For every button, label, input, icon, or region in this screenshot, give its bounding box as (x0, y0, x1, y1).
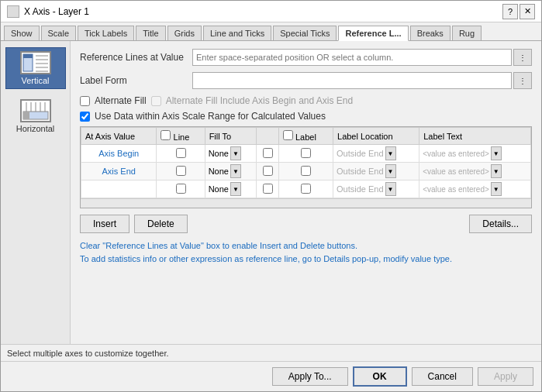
use-data-checkbox[interactable] (80, 112, 90, 122)
axis-empty-cell (81, 181, 157, 198)
apply-button[interactable]: Apply (478, 367, 533, 386)
content-panel: Reference Lines at Value ⋮ Label Form ⋮ … (71, 41, 541, 344)
table-buttons-row: Insert Delete Details... (80, 215, 532, 233)
table-scrollbar[interactable] (81, 198, 531, 208)
ref-lines-input[interactable] (192, 49, 512, 66)
row3-fill-to-value: None (209, 184, 229, 194)
row2-label-location-dropdown[interactable]: ▼ (385, 164, 396, 178)
row1-label-text-dropdown[interactable]: ▼ (491, 146, 502, 160)
label-check-cell3 (278, 181, 333, 198)
line-check-cell3 (157, 181, 205, 198)
table: At Axis Value Line Fill To Label Label L… (81, 127, 531, 198)
row1-label-checkbox[interactable] (301, 148, 311, 158)
tab-breaks[interactable]: Breaks (410, 26, 451, 40)
sidebar-item-horizontal[interactable]: Horizontal (5, 95, 66, 137)
tab-show[interactable]: Show (4, 26, 40, 40)
main-area: Vertical Horizontal (1, 41, 541, 344)
alternate-fill-include-checkbox[interactable] (151, 96, 161, 106)
fill-to-cell2: None ▼ (205, 163, 257, 181)
reference-lines-table: At Axis Value Line Fill To Label Label L… (80, 126, 532, 208)
alternate-fill-row: Alternate Fill Alternate Fill Include Ax… (80, 95, 532, 106)
fill-to-cell3: None ▼ (205, 181, 257, 198)
label-text-cell2: <value as entered> ▼ (419, 163, 531, 181)
close-button[interactable]: ✕ (520, 4, 535, 19)
row3-label-checkbox[interactable] (301, 184, 311, 194)
row2-label-checkbox[interactable] (301, 166, 311, 176)
row1-label-text-value: <value as entered> (423, 150, 489, 158)
row3-fill-to-dropdown[interactable]: ▼ (230, 182, 241, 196)
col-header-label-text: Label Text (419, 128, 531, 145)
label-check-cell2 (278, 163, 333, 181)
line-check-cell (157, 145, 205, 163)
tab-special-ticks[interactable]: Special Ticks (273, 26, 337, 40)
tab-line-and-ticks[interactable]: Line and Ticks (203, 26, 271, 40)
sidebar-item-vertical[interactable]: Vertical (5, 47, 66, 89)
tab-grids[interactable]: Grids (167, 26, 202, 40)
label-location-cell: Outside End ▼ (333, 145, 419, 163)
ok-button[interactable]: OK (353, 366, 407, 387)
row2-fill-to-dropdown[interactable]: ▼ (230, 164, 241, 178)
row2-line-checkbox[interactable] (176, 166, 186, 176)
tab-reference-l---[interactable]: Reference L... (338, 26, 408, 41)
use-data-label: Use Data within Axis Scale Range for Cal… (95, 111, 326, 122)
row3-line-checkbox[interactable] (176, 184, 186, 194)
row3-label-location-dropdown[interactable]: ▼ (385, 182, 396, 196)
tab-bar: ShowScaleTick LabelsTitleGridsLine and T… (1, 22, 541, 41)
fill-check-cell3 (257, 181, 279, 198)
line-header-checkbox[interactable] (161, 130, 171, 140)
tab-rug[interactable]: Rug (452, 26, 482, 40)
axis-begin-cell: Axis Begin (81, 145, 157, 163)
fill-check-cell2 (257, 163, 279, 181)
alternate-fill-include-label: Alternate Fill Include Axis Begin and Ax… (166, 95, 353, 106)
row3-label-text-value: <value as entered> (423, 185, 489, 194)
status-bar: Select multiple axes to customize togeth… (1, 344, 541, 361)
tab-title[interactable]: Title (136, 26, 165, 40)
col-header-line: Line (157, 128, 205, 145)
row3-label-location-value: Outside End (337, 184, 384, 194)
details-button[interactable]: Details... (469, 215, 532, 233)
hint-text: Clear "Reference Lines at Value" box to … (80, 239, 532, 265)
delete-button[interactable]: Delete (134, 215, 188, 233)
title-bar-controls: ? ✕ (502, 4, 535, 19)
status-text: Select multiple axes to customize togeth… (7, 349, 169, 358)
row1-fill-to-dropdown[interactable]: ▼ (230, 146, 241, 160)
row2-label-text-value: <value as entered> (423, 167, 489, 176)
label-form-input[interactable] (192, 72, 512, 89)
label-form-select-btn[interactable]: ⋮ (513, 72, 532, 89)
window-title: X Axis - Layer 1 (24, 6, 89, 17)
window-icon (7, 5, 19, 18)
sidebar: Vertical Horizontal (1, 41, 71, 344)
fill-check-cell (257, 145, 279, 163)
row1-label-location-dropdown[interactable]: ▼ (385, 146, 396, 160)
row2-label-text-dropdown[interactable]: ▼ (491, 164, 502, 178)
bottom-bar: Apply To... OK Cancel Apply (1, 361, 541, 391)
row2-label-location-value: Outside End (337, 167, 384, 176)
help-button[interactable]: ? (502, 4, 518, 19)
cancel-button[interactable]: Cancel (412, 367, 473, 386)
row2-fill-checkbox[interactable] (263, 166, 273, 176)
row1-fill-checkbox[interactable] (263, 148, 273, 158)
col-header-axis-value: At Axis Value (81, 128, 157, 145)
tab-scale[interactable]: Scale (41, 26, 77, 40)
col-header-fill-empty (257, 128, 279, 145)
row1-line-checkbox[interactable] (176, 148, 186, 158)
table-row: Axis Begin None ▼ (81, 145, 531, 163)
ref-lines-select-btn[interactable]: ⋮ (513, 49, 532, 66)
vertical-icon (20, 51, 51, 74)
label-form-label: Label Form (80, 75, 192, 86)
tab-tick-labels[interactable]: Tick Labels (78, 26, 134, 40)
vertical-label: Vertical (21, 76, 49, 85)
vertical-axis-icon (22, 53, 50, 73)
row2-fill-to-value: None (209, 167, 229, 176)
insert-button[interactable]: Insert (80, 215, 129, 233)
ref-lines-label: Reference Lines at Value (80, 52, 192, 63)
apply-to-button[interactable]: Apply To... (272, 367, 348, 386)
axis-end-cell: Axis End (81, 163, 157, 181)
use-data-row: Use Data within Axis Scale Range for Cal… (80, 111, 532, 122)
label-header-checkbox[interactable] (283, 130, 293, 140)
col-header-label: Label (278, 128, 333, 145)
row3-label-text-dropdown[interactable]: ▼ (491, 182, 502, 196)
alternate-fill-checkbox[interactable] (80, 96, 90, 106)
row3-fill-checkbox[interactable] (263, 184, 273, 194)
horizontal-icon (20, 99, 51, 122)
